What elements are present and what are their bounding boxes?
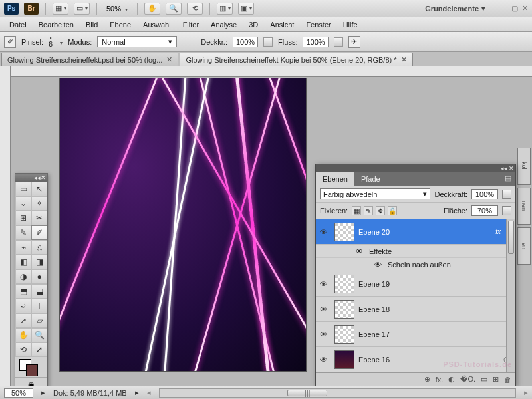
- layer-visibility-icon[interactable]: 👁: [316, 305, 331, 313]
- layer-opacity-input[interactable]: 100%: [471, 189, 498, 200]
- background-color-swatch[interactable]: [26, 364, 38, 376]
- collapsed-panel[interactable]: en: [517, 227, 531, 265]
- blur-tool-icon[interactable]: ●: [31, 269, 47, 284]
- layer-visibility-icon[interactable]: 👁: [316, 228, 331, 236]
- layers-scrollbar[interactable]: [506, 219, 515, 372]
- screen-mode-2-button[interactable]: ▣: [238, 3, 254, 15]
- opacity-input[interactable]: 100%: [233, 37, 258, 47]
- layer-row[interactable]: 👁 Ebene 20 fx ▴: [316, 219, 515, 245]
- bridge-logo-icon[interactable]: Br: [24, 3, 39, 15]
- menu-select[interactable]: Auswahl: [138, 19, 176, 30]
- layer-name[interactable]: Ebene 18: [358, 305, 515, 313]
- doc-info-button[interactable]: ▸: [41, 388, 45, 397]
- lock-position-icon[interactable]: ✥: [376, 206, 385, 215]
- brush-tool-icon[interactable]: ✐: [31, 225, 47, 240]
- hand-tool-icon[interactable]: ✋: [15, 328, 31, 342]
- blend-mode-select[interactable]: Normal▾: [97, 36, 177, 47]
- layer-thumbnail[interactable]: [334, 223, 354, 241]
- new-layer-icon[interactable]: ⊞: [493, 375, 499, 384]
- menu-view[interactable]: Ansicht: [265, 19, 299, 30]
- layers-panel-titlebar[interactable]: ◂◂✕: [316, 164, 515, 172]
- type-tool-icon[interactable]: T: [31, 299, 47, 313]
- document-tab[interactable]: Glowing Streifenscheineffekt.psd bei 50%…: [1, 53, 178, 66]
- fill-flyout-icon[interactable]: [502, 206, 511, 215]
- menu-window[interactable]: Fenster: [301, 19, 336, 30]
- view-extras-button[interactable]: ▦: [53, 3, 68, 15]
- history-brush-tool-icon[interactable]: ⎌: [31, 240, 47, 255]
- collapsed-panel[interactable]: koll: [517, 148, 531, 185]
- ruler-vertical[interactable]: [0, 66, 11, 386]
- marquee-tool-icon[interactable]: ▭: [15, 182, 31, 196]
- ruler-horizontal[interactable]: [11, 66, 532, 77]
- add-fx-icon[interactable]: fx.: [436, 376, 444, 384]
- paths-tab[interactable]: Pfade: [354, 172, 387, 186]
- menu-layer[interactable]: Ebene: [104, 19, 136, 30]
- menu-analysis[interactable]: Analyse: [205, 19, 242, 30]
- dodge-tool-icon[interactable]: ⬒: [15, 284, 31, 299]
- menu-image[interactable]: Bild: [80, 19, 103, 30]
- layer-name[interactable]: Ebene 20: [358, 228, 495, 236]
- new-group-icon[interactable]: ▭: [481, 375, 487, 384]
- layer-visibility-icon[interactable]: 👁: [316, 356, 331, 364]
- tools-panel-header[interactable]: ◂◂✕: [15, 174, 47, 182]
- screen-mode-button[interactable]: ▭: [74, 3, 90, 15]
- lock-pixels-icon[interactable]: ✎: [364, 206, 373, 215]
- layer-row[interactable]: 👁 Ebene 19: [316, 271, 515, 297]
- hand-tool-icon[interactable]: ✋: [144, 3, 160, 15]
- rotate-view-tool-icon[interactable]: ⟲: [15, 342, 31, 357]
- brush-size-value[interactable]: 6: [49, 41, 53, 48]
- status-zoom-input[interactable]: 50%: [4, 388, 33, 398]
- healing-brush-tool-icon[interactable]: ⌁: [15, 240, 31, 255]
- effect-row[interactable]: 👁 Schein nach außen: [316, 258, 515, 271]
- layer-thumbnail[interactable]: [334, 350, 354, 369]
- layer-opacity-flyout-icon[interactable]: [502, 190, 511, 199]
- minimize-button[interactable]: —: [500, 4, 507, 13]
- crop-tool-icon[interactable]: ⊞: [15, 211, 31, 225]
- layer-visibility-icon[interactable]: 👁: [316, 331, 331, 338]
- layer-blend-mode-select[interactable]: Farbig abwedeln▾: [320, 188, 430, 200]
- pen-tool-icon[interactable]: ⬓: [31, 284, 47, 299]
- collapsed-panel[interactable]: nen: [517, 188, 531, 225]
- lock-all-icon[interactable]: 🔒: [388, 206, 397, 215]
- zoom-tool-icon[interactable]: 🔍: [166, 3, 182, 15]
- menu-edit[interactable]: Bearbeiten: [33, 19, 79, 30]
- lock-transparency-icon[interactable]: ▦: [352, 206, 361, 215]
- zoom-tool-icon[interactable]: 🔍: [31, 328, 47, 342]
- document-canvas[interactable]: [60, 78, 306, 371]
- layer-name[interactable]: Ebene 19: [358, 280, 515, 288]
- color-swatches[interactable]: [15, 357, 47, 377]
- menu-help[interactable]: Hilfe: [338, 19, 363, 30]
- delete-layer-icon[interactable]: 🗑: [504, 376, 511, 384]
- maximize-button[interactable]: ▢: [511, 4, 518, 13]
- fill-input[interactable]: 70%: [471, 205, 498, 216]
- menu-3d[interactable]: 3D: [243, 19, 263, 30]
- menu-filter[interactable]: Filter: [178, 19, 204, 30]
- layer-row[interactable]: 👁 Ebene 18: [316, 297, 515, 322]
- move-tool-icon[interactable]: ↖: [31, 182, 47, 196]
- close-tab-icon[interactable]: ✕: [166, 55, 172, 64]
- doc-info-flyout-icon[interactable]: ▸: [135, 388, 139, 397]
- lasso-tool-icon[interactable]: ⌄: [15, 196, 31, 211]
- airbrush-icon[interactable]: ✈: [348, 36, 360, 48]
- effect-visibility-icon[interactable]: 👁: [356, 247, 364, 255]
- layer-name[interactable]: Ebene 17: [358, 331, 515, 338]
- rotate-view-icon[interactable]: ⟲: [187, 3, 203, 15]
- path-select-tool-icon[interactable]: ⤾: [15, 299, 31, 313]
- magic-wand-tool-icon[interactable]: ✧: [31, 196, 47, 211]
- close-button[interactable]: ✕: [522, 4, 528, 13]
- horizontal-scrollbar[interactable]: |||: [159, 388, 516, 398]
- clone-stamp-tool-icon[interactable]: ◧: [15, 255, 31, 269]
- layers-tab[interactable]: Ebenen: [316, 172, 354, 186]
- layer-row[interactable]: 👁 Ebene 16 ◑: [316, 347, 515, 372]
- add-adjustment-icon[interactable]: �O.: [460, 375, 475, 384]
- link-layers-icon[interactable]: ⊕: [424, 375, 430, 384]
- tool-preset-icon[interactable]: ✐: [4, 36, 16, 48]
- zoom-select[interactable]: 50%: [104, 5, 130, 13]
- effect-visibility-icon[interactable]: 👁: [374, 261, 382, 269]
- add-mask-icon[interactable]: ◐: [448, 375, 455, 384]
- layer-row[interactable]: 👁 Ebene 17: [316, 322, 515, 347]
- menu-file[interactable]: Datei: [4, 19, 32, 30]
- layer-thumbnail[interactable]: [334, 300, 354, 319]
- effects-row[interactable]: 👁 Effekte: [316, 245, 515, 258]
- flow-flyout-icon[interactable]: [334, 37, 343, 47]
